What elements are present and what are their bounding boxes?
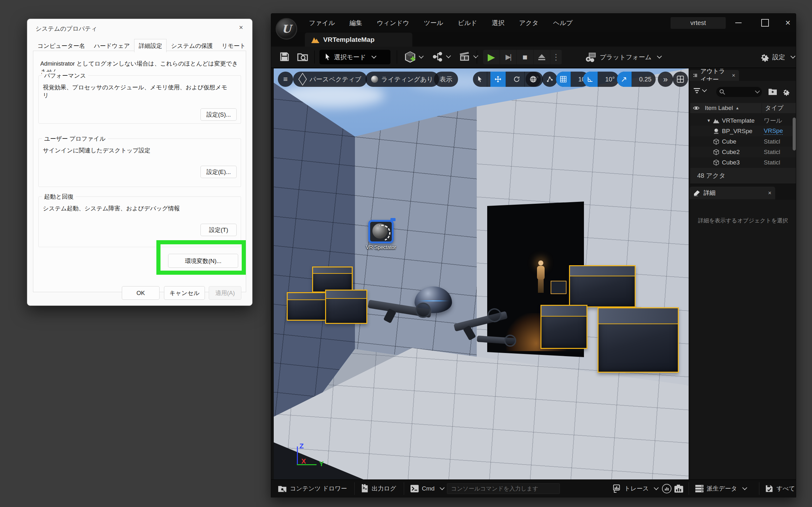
- content-browser-icon[interactable]: [297, 51, 309, 62]
- selected-cube[interactable]: [325, 290, 367, 324]
- gear-icon: [781, 88, 790, 96]
- outliner-filters-button[interactable]: [693, 88, 706, 94]
- menu-help[interactable]: ヘルプ: [546, 19, 580, 27]
- menu-actor[interactable]: アクタ: [512, 19, 546, 27]
- tab-system-protection[interactable]: システムの保護: [166, 39, 217, 52]
- tab-computer-name[interactable]: コンピューター名: [33, 39, 90, 52]
- row-type-link[interactable]: VRSpe: [764, 127, 783, 135]
- mannequin-body: [537, 266, 545, 280]
- selected-cube[interactable]: [569, 265, 636, 307]
- menu-select[interactable]: 選択: [485, 19, 512, 27]
- world-local-toggle[interactable]: [525, 72, 541, 87]
- add-actor-button[interactable]: [404, 51, 422, 63]
- platforms-dropdown[interactable]: プラットフォーム: [585, 50, 661, 64]
- tab-hardware[interactable]: ハードウェア: [90, 39, 134, 52]
- environment-variables-button[interactable]: 環境変数(N)...: [168, 254, 238, 268]
- tab-outliner[interactable]: アウトライナー ×: [690, 70, 739, 81]
- level-viewport[interactable]: VR Spectator Z Y X ≡ パースペクティブ ライティングあり 表…: [274, 68, 689, 481]
- close-icon[interactable]: ×: [768, 190, 771, 196]
- tab-advanced[interactable]: 詳細設定: [134, 39, 166, 52]
- console-command-input[interactable]: [447, 483, 560, 494]
- cmd-dropdown[interactable]: Cmd: [410, 480, 444, 498]
- startup-settings-button[interactable]: 設定(T): [200, 224, 237, 236]
- show-dropdown[interactable]: 表示: [434, 72, 458, 87]
- menu-tools[interactable]: ツール: [416, 19, 450, 27]
- maximize-viewport-button[interactable]: [673, 72, 688, 87]
- tab-remote[interactable]: リモート: [217, 39, 250, 52]
- outliner-row-cube2[interactable]: Cube2 Staticl: [690, 147, 796, 157]
- selected-cube[interactable]: [598, 307, 679, 373]
- menu-build[interactable]: ビルド: [450, 19, 484, 27]
- content-drawer-button[interactable]: コンテンツ ドロワー: [277, 480, 347, 498]
- rotate-tool-button[interactable]: [509, 72, 525, 87]
- chevron-down-icon: [419, 54, 424, 59]
- view-mode-dropdown[interactable]: ライティングあり: [365, 72, 439, 87]
- tab-vrtemplatemap[interactable]: VRTemplateMap: [305, 33, 412, 47]
- play-button[interactable]: ▶: [483, 50, 500, 64]
- close-icon[interactable]: ×: [236, 23, 247, 32]
- user-profile-settings-button[interactable]: 設定(E)...: [200, 166, 237, 178]
- row-type: Staticl: [764, 149, 792, 156]
- close-icon: ×: [785, 18, 791, 28]
- selected-cube[interactable]: [312, 267, 353, 292]
- rotation-snap-control[interactable]: 10°: [583, 72, 619, 87]
- maximize-button[interactable]: [760, 17, 770, 28]
- play-options-button[interactable]: ⋮: [550, 50, 562, 64]
- outliner-scrollbar[interactable]: [793, 118, 796, 151]
- screenshot-trace-button[interactable]: [674, 480, 683, 498]
- advanced-tab-panel: Administrator としてログオンしない場合は、これらのほとんどは変更で…: [33, 51, 246, 292]
- cinematics-button[interactable]: [459, 51, 477, 62]
- outliner-row-cube3[interactable]: Cube3 Staticl: [690, 157, 796, 168]
- output-log-button[interactable]: 出力ログ: [361, 480, 396, 498]
- select-tool-button[interactable]: [473, 72, 487, 87]
- performance-settings-button[interactable]: 設定(S)...: [200, 108, 237, 121]
- stop-button[interactable]: ■: [517, 50, 534, 64]
- cancel-button[interactable]: キャンセル: [164, 286, 205, 300]
- interior-crate[interactable]: [551, 281, 566, 294]
- perspective-dropdown[interactable]: パースペクティブ: [293, 72, 367, 87]
- save-all-button[interactable]: すべて: [765, 480, 795, 498]
- derived-data-dropdown[interactable]: 派生データ: [695, 480, 746, 498]
- settings-dropdown[interactable]: 設定: [759, 50, 794, 64]
- scale-snap-control[interactable]: 0.25: [617, 72, 656, 87]
- blueprints-button[interactable]: [432, 51, 450, 62]
- outliner-row-bp-vrspectator[interactable]: BP_VRSpe VRSpe: [690, 126, 796, 136]
- outliner-row-vrtemplate[interactable]: ▼ VRTemplate ワール: [690, 115, 796, 126]
- eject-button[interactable]: [534, 50, 550, 64]
- menu-file[interactable]: ファイル: [302, 19, 342, 27]
- insights-button[interactable]: [662, 480, 671, 498]
- outliner-row-cube[interactable]: Cube Staticl: [690, 136, 796, 147]
- mannequin-actor[interactable]: [536, 261, 546, 293]
- ue-status-bar: コンテンツ ドロワー 出力ログ Cmd トレース: [271, 480, 796, 498]
- world-icon: [713, 118, 719, 123]
- frame-skip-button[interactable]: ▶|: [500, 50, 517, 64]
- camera-speed-more-button[interactable]: »: [658, 72, 673, 87]
- move-tool-button[interactable]: [490, 72, 506, 87]
- vr-spectator-sprite[interactable]: [368, 220, 394, 243]
- outliner-settings-button[interactable]: [781, 88, 790, 96]
- minimize-button[interactable]: [733, 17, 744, 28]
- surface-snapping-button[interactable]: [542, 72, 557, 87]
- vr-controller-actor[interactable]: [476, 332, 525, 354]
- y-axis-line: [297, 464, 316, 465]
- tab-details[interactable]: 詳細 ×: [690, 187, 775, 199]
- row-label: VRTemplate: [722, 117, 755, 124]
- expander-icon[interactable]: ▼: [707, 118, 711, 123]
- selected-cube[interactable]: [541, 305, 588, 349]
- select-mode-dropdown[interactable]: 選択モード: [319, 50, 391, 64]
- save-icon[interactable]: [279, 51, 290, 62]
- close-icon[interactable]: ×: [732, 72, 735, 79]
- create-folder-button[interactable]: [768, 88, 777, 95]
- outliner-search-input[interactable]: [716, 87, 762, 97]
- details-empty-state: 詳細を表示するオブジェクトを選択: [693, 217, 793, 224]
- unreal-logo-icon[interactable]: U: [275, 18, 297, 40]
- selected-cube[interactable]: [287, 292, 327, 321]
- viewport-options-button[interactable]: ≡: [278, 72, 293, 87]
- close-button[interactable]: ×: [782, 17, 793, 28]
- menu-window[interactable]: ウィンドウ: [369, 19, 416, 27]
- menu-edit[interactable]: 編集: [342, 19, 369, 27]
- trace-dropdown[interactable]: トレース: [613, 480, 658, 498]
- apply-button[interactable]: 適用(A): [209, 286, 241, 300]
- outliner-column-header[interactable]: Item Label ▲ タイプ: [690, 103, 796, 113]
- ok-button[interactable]: OK: [122, 286, 159, 300]
